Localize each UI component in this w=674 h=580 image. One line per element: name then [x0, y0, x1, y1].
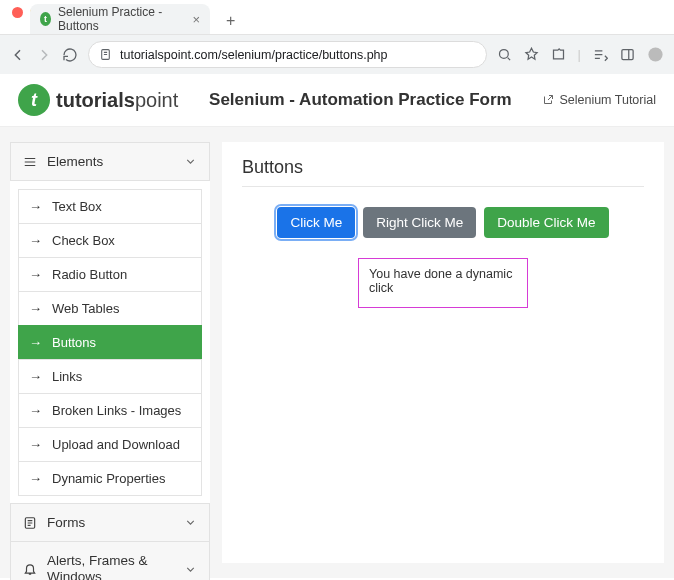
forward-button[interactable]: [36, 47, 52, 63]
double-click-me-button[interactable]: Double Click Me: [484, 207, 608, 238]
arrow-right-icon: →: [29, 437, 42, 452]
logo-badge-icon: t: [18, 84, 50, 116]
media-icon[interactable]: [593, 47, 608, 62]
tab-title: Selenium Practice - Buttons: [58, 5, 175, 33]
button-row: Click Me Right Click Me Double Click Me: [242, 207, 644, 238]
address-bar[interactable]: tutorialspoint.com/selenium/practice/but…: [88, 41, 487, 68]
sidebar-section-alerts[interactable]: Alerts, Frames & Windows: [10, 541, 210, 580]
bookmark-star-icon[interactable]: [524, 47, 539, 62]
sidebar-section-label: Forms: [47, 515, 85, 530]
divider: [242, 186, 644, 187]
menu-icon: [23, 155, 37, 169]
sidebar-elements-items: →Text Box →Check Box →Radio Button →Web …: [10, 181, 210, 504]
chevron-down-icon: [184, 563, 197, 576]
svg-point-3: [648, 47, 662, 61]
result-message-box: You have done a dynamic click: [358, 258, 528, 308]
sidebar-section-elements[interactable]: Elements: [10, 142, 210, 181]
favicon-icon: t: [40, 12, 51, 26]
result-message: You have done a dynamic click: [369, 267, 512, 295]
toolbar-right-icons: |: [497, 46, 664, 63]
profile-icon[interactable]: [647, 46, 664, 63]
main-panel: Buttons Click Me Right Click Me Double C…: [222, 142, 664, 563]
right-click-me-button[interactable]: Right Click Me: [363, 207, 476, 238]
sidebar-section-label: Alerts, Frames & Windows: [47, 553, 157, 580]
selenium-tutorial-link[interactable]: Selenium Tutorial: [542, 93, 656, 107]
sidebar-section-forms[interactable]: Forms: [10, 503, 210, 542]
close-tab-icon[interactable]: ×: [192, 12, 200, 27]
sidebar-item-webtables[interactable]: →Web Tables: [18, 291, 202, 326]
sidebar-item-brokenlinks[interactable]: →Broken Links - Images: [18, 393, 202, 428]
page-title: Selenium - Automation Practice Form: [209, 90, 512, 110]
arrow-right-icon: →: [29, 335, 42, 350]
svg-point-1: [499, 50, 508, 59]
browser-toolbar: tutorialspoint.com/selenium/practice/but…: [0, 34, 674, 74]
arrow-right-icon: →: [29, 301, 42, 316]
external-link-icon: [542, 94, 554, 106]
content-wrap: Elements →Text Box →Check Box →Radio But…: [0, 127, 674, 578]
site-header: t tutorialspoint Selenium - Automation P…: [0, 74, 674, 127]
panel-icon[interactable]: [620, 47, 635, 62]
chevron-down-icon: [184, 516, 197, 529]
zoom-icon[interactable]: [497, 47, 512, 62]
sidebar-item-textbox[interactable]: →Text Box: [18, 189, 202, 224]
arrow-right-icon: →: [29, 199, 42, 214]
close-window-icon[interactable]: [12, 7, 23, 18]
logo-text: tutorialspoint: [56, 89, 178, 112]
arrow-right-icon: →: [29, 369, 42, 384]
arrow-right-icon: →: [29, 233, 42, 248]
url-text: tutorialspoint.com/selenium/practice/but…: [120, 48, 388, 62]
browser-tab[interactable]: t Selenium Practice - Buttons ×: [30, 4, 210, 34]
arrow-right-icon: →: [29, 471, 42, 486]
site-info-icon: [99, 48, 112, 61]
sidebar-item-radiobutton[interactable]: →Radio Button: [18, 257, 202, 292]
main-heading: Buttons: [242, 157, 644, 178]
back-button[interactable]: [10, 47, 26, 63]
sidebar: Elements →Text Box →Check Box →Radio But…: [10, 142, 210, 563]
logo[interactable]: t tutorialspoint: [18, 84, 178, 116]
new-tab-button[interactable]: +: [220, 8, 241, 34]
arrow-right-icon: →: [29, 267, 42, 282]
arrow-right-icon: →: [29, 403, 42, 418]
sidebar-item-buttons[interactable]: →Buttons: [18, 325, 202, 360]
sidebar-item-upload[interactable]: →Upload and Download: [18, 427, 202, 462]
sidebar-item-links[interactable]: →Links: [18, 359, 202, 394]
sidebar-item-dynamic[interactable]: →Dynamic Properties: [18, 461, 202, 496]
click-me-button[interactable]: Click Me: [277, 207, 355, 238]
form-icon: [23, 516, 37, 530]
svg-rect-2: [622, 50, 633, 60]
bell-icon: [23, 562, 37, 576]
chevron-down-icon: [184, 155, 197, 168]
sidebar-section-label: Elements: [47, 154, 103, 169]
reload-button[interactable]: [62, 47, 78, 63]
tab-strip: t Selenium Practice - Buttons × +: [0, 0, 674, 34]
sidebar-item-checkbox[interactable]: →Check Box: [18, 223, 202, 258]
extensions-icon[interactable]: [551, 47, 566, 62]
